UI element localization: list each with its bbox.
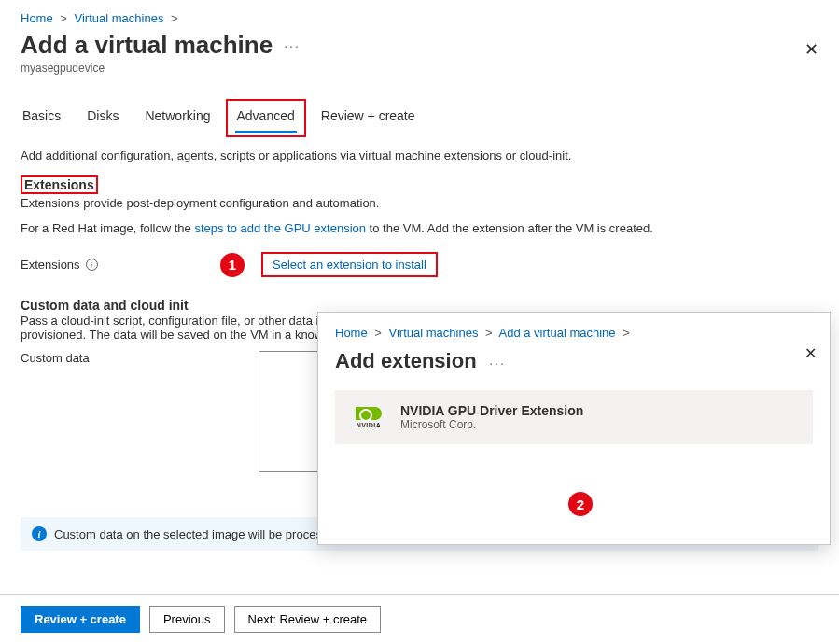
nvidia-brand-text: NVIDIA bbox=[357, 422, 382, 428]
popup-breadcrumb-vms[interactable]: Virtual machines bbox=[389, 326, 479, 340]
tab-review[interactable]: Review + create bbox=[319, 103, 417, 133]
popup-more-actions[interactable]: ··· bbox=[489, 356, 506, 371]
extension-publisher: Microsoft Corp. bbox=[400, 418, 583, 431]
extensions-desc: Extensions provide post-deployment confi… bbox=[21, 196, 818, 210]
advanced-intro: Add additional configuration, agents, sc… bbox=[21, 148, 818, 162]
extension-card-nvidia[interactable]: NVIDIA NVIDIA GPU Driver Extension Micro… bbox=[335, 390, 813, 444]
info-icon: i bbox=[32, 526, 47, 541]
next-button[interactable]: Next: Review + create bbox=[234, 606, 382, 633]
annotation-highlight: Advanced bbox=[226, 99, 306, 137]
tab-advanced[interactable]: Advanced bbox=[235, 103, 297, 133]
close-button[interactable]: ✕ bbox=[804, 39, 818, 60]
custom-data-label: Custom data bbox=[21, 351, 259, 472]
redhat-suffix: to the VM. Add the extension after the V… bbox=[366, 221, 653, 235]
annotation-highlight: Select an extension to install bbox=[261, 252, 438, 277]
previous-button[interactable]: Previous bbox=[149, 606, 225, 633]
extensions-field-label: Extensions bbox=[21, 258, 80, 272]
popup-title: Add extension bbox=[335, 349, 477, 373]
breadcrumb-home[interactable]: Home bbox=[21, 11, 53, 25]
breadcrumb-sep: > bbox=[374, 326, 382, 340]
tabs: Basics Disks Networking Advanced Review … bbox=[21, 103, 818, 133]
gpu-extension-steps-link[interactable]: steps to add the GPU extension bbox=[194, 221, 366, 235]
breadcrumb-sep: > bbox=[60, 11, 67, 25]
custom-data-heading: Custom data and cloud init bbox=[21, 298, 818, 313]
breadcrumb-sep: > bbox=[622, 326, 630, 340]
review-create-button[interactable]: Review + create bbox=[21, 606, 140, 633]
annotation-callout-2: 2 bbox=[568, 492, 593, 516]
annotation-callout-1: 1 bbox=[220, 253, 245, 277]
tab-disks[interactable]: Disks bbox=[85, 103, 120, 133]
breadcrumb-vms[interactable]: Virtual machines bbox=[75, 11, 164, 25]
tab-basics[interactable]: Basics bbox=[21, 103, 63, 133]
extension-title: NVIDIA GPU Driver Extension bbox=[400, 403, 583, 418]
redhat-note: For a Red Hat image, follow the steps to… bbox=[21, 221, 818, 235]
breadcrumb-sep: > bbox=[171, 11, 178, 25]
breadcrumb: Home > Virtual machines > bbox=[21, 9, 818, 31]
page-title: Add a virtual machine bbox=[21, 31, 273, 60]
info-icon[interactable]: i bbox=[86, 259, 98, 271]
breadcrumb-sep: > bbox=[485, 326, 493, 340]
popup-breadcrumb-home[interactable]: Home bbox=[335, 326, 368, 340]
annotation-highlight: Extensions bbox=[21, 175, 98, 194]
more-actions-button[interactable]: ··· bbox=[284, 38, 301, 53]
redhat-prefix: For a Red Hat image, follow the bbox=[21, 221, 194, 235]
popup-close-button[interactable]: ✕ bbox=[804, 344, 817, 362]
add-extension-blade: Home > Virtual machines > Add a virtual … bbox=[317, 312, 831, 545]
popup-breadcrumb-addvm[interactable]: Add a virtual machine bbox=[499, 326, 616, 340]
footer-bar: Review + create Previous Next: Review + … bbox=[0, 594, 839, 644]
tab-networking[interactable]: Networking bbox=[143, 103, 212, 133]
select-extension-link[interactable]: Select an extension to install bbox=[273, 258, 426, 272]
extensions-heading: Extensions bbox=[24, 177, 94, 192]
nvidia-logo: NVIDIA bbox=[350, 403, 387, 431]
popup-breadcrumb: Home > Virtual machines > Add a virtual … bbox=[335, 324, 813, 345]
page-subtitle: myasegpudevice bbox=[21, 62, 818, 75]
